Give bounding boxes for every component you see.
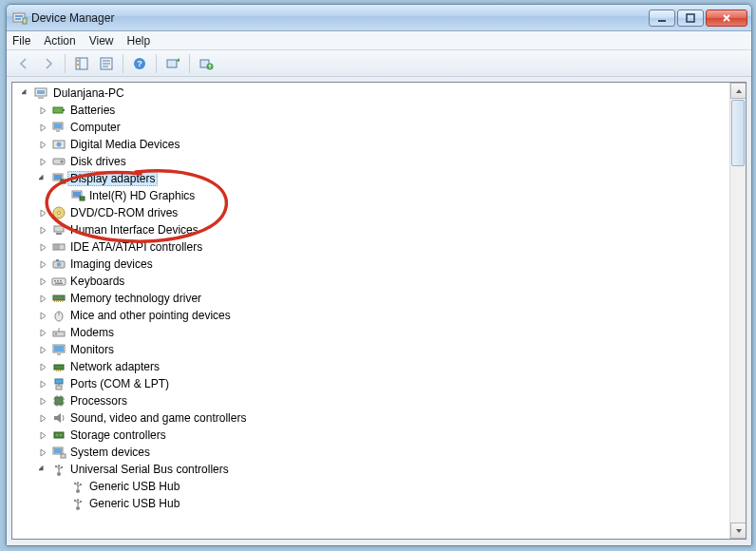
expander-icon[interactable] [37,378,48,390]
svg-point-84 [56,434,58,436]
tree-item[interactable]: Digital Media Devices [18,136,729,153]
tree-item-intel-hd[interactable]: Intel(R) HD Graphics [18,187,729,204]
node-label: Display adapters [67,171,158,186]
tree-item-usb[interactable]: Universal Serial Bus controllers [18,461,729,478]
tree-item[interactable]: Modems [18,324,729,341]
tree-item[interactable]: Human Interface Devices [18,221,729,238]
device-tree[interactable]: Dulanjana-PC Batteries Computer Digital … [12,83,729,539]
ports-icon [51,376,66,391]
menu-action[interactable]: Action [44,34,75,48]
svg-rect-5 [687,14,694,22]
expander-icon[interactable] [37,104,48,116]
vertical-scrollbar[interactable] [729,83,746,539]
tree-item[interactable]: System devices [18,444,729,461]
imaging-icon [51,256,66,272]
tree-item[interactable]: Memory technology driver [18,290,729,307]
svg-rect-3 [23,18,27,24]
tree-item[interactable]: Keyboards [18,273,729,290]
node-label: IDE ATA/ATAPI controllers [70,240,202,254]
tree-item[interactable]: Batteries [18,102,729,119]
expander-icon[interactable] [37,139,48,150]
tree-item[interactable]: Sound, video and game controllers [18,409,729,427]
menu-help[interactable]: Help [127,34,151,48]
tree-root[interactable]: Dulanjana-PC [18,85,729,102]
expander-icon[interactable] [37,344,48,355]
svg-rect-39 [54,226,64,232]
svg-rect-83 [54,432,64,438]
processor-icon [51,393,66,408]
scroll-down-button[interactable] [730,522,747,539]
properties-button[interactable] [95,53,118,74]
svg-point-91 [55,466,57,467]
svg-text:?: ? [137,59,142,68]
tree-item[interactable]: DVD/CD-ROM drives [18,204,729,221]
tree-item[interactable]: Network adapters [18,358,729,375]
show-hide-tree-button[interactable] [70,53,93,74]
svg-rect-33 [61,180,66,183]
maximize-button[interactable] [677,10,704,27]
keyboard-icon [51,274,66,289]
svg-rect-56 [58,300,59,302]
svg-rect-52 [55,283,63,285]
titlebar[interactable]: Device Manager [7,5,751,31]
tree-item[interactable]: Storage controllers [18,427,729,444]
svg-point-30 [61,161,64,163]
svg-rect-66 [57,353,61,355]
expander-icon[interactable] [37,412,48,424]
menubar: File Action View Help [7,31,751,50]
expander-icon[interactable] [37,361,48,372]
expander-icon[interactable] [37,446,48,458]
svg-rect-55 [56,300,57,302]
close-button[interactable] [706,10,747,27]
svg-rect-8 [77,60,79,62]
expander-icon[interactable] [37,122,48,133]
node-label: Monitors [70,343,114,356]
node-label: Human Interface Devices [70,223,198,237]
tree-item[interactable]: Imaging devices [18,256,729,273]
tree-item[interactable]: Monitors [18,341,729,358]
expander-icon[interactable] [37,258,48,270]
svg-rect-69 [58,370,59,371]
expander-icon[interactable] [37,327,48,338]
computer-root-icon [34,86,49,101]
expander-icon[interactable] [37,207,48,218]
expander-icon[interactable] [37,276,48,287]
node-label: Modems [70,326,114,339]
svg-rect-23 [63,109,65,111]
toolbar: ? [7,50,751,77]
expander-icon[interactable] [37,293,48,304]
tree-item-display-adapters[interactable]: Display adapters [18,170,729,187]
scroll-up-button[interactable] [730,83,747,99]
expander-icon[interactable] [37,395,48,407]
scroll-thumb[interactable] [731,100,745,166]
expander-icon[interactable] [37,224,48,236]
update-driver-button[interactable] [195,53,217,74]
tree-item[interactable]: Generic USB Hub [18,495,729,512]
minimize-button[interactable] [649,10,675,27]
node-label: Memory technology driver [70,292,201,305]
expander-icon[interactable] [37,310,48,321]
toolbar-separator [65,54,66,73]
sound-icon [51,410,66,426]
scan-hardware-button[interactable] [161,53,184,74]
menu-file[interactable]: File [12,34,30,48]
tree-item[interactable]: Generic USB Hub [18,478,729,495]
help-button[interactable]: ? [128,53,151,74]
expander-icon[interactable] [37,241,48,253]
expander-icon[interactable] [37,464,48,475]
node-label: DVD/CD-ROM drives [70,206,178,219]
dvd-icon [51,205,66,220]
tree-item[interactable]: IDE ATA/ATAPI controllers [18,238,729,256]
tree-item[interactable]: Mice and other pointing devices [18,307,729,324]
tree-item[interactable]: Ports (COM & LPT) [18,375,729,392]
tree-item[interactable]: Processors [18,392,729,409]
svg-rect-71 [55,379,63,384]
menu-view[interactable]: View [89,34,114,48]
expander-icon[interactable] [37,429,48,441]
expander-icon[interactable] [20,87,31,99]
tree-item[interactable]: Disk drives [18,153,729,170]
usb-icon [51,462,66,477]
expander-icon[interactable] [37,156,48,167]
expander-icon[interactable] [37,173,48,184]
tree-item[interactable]: Computer [18,119,729,136]
